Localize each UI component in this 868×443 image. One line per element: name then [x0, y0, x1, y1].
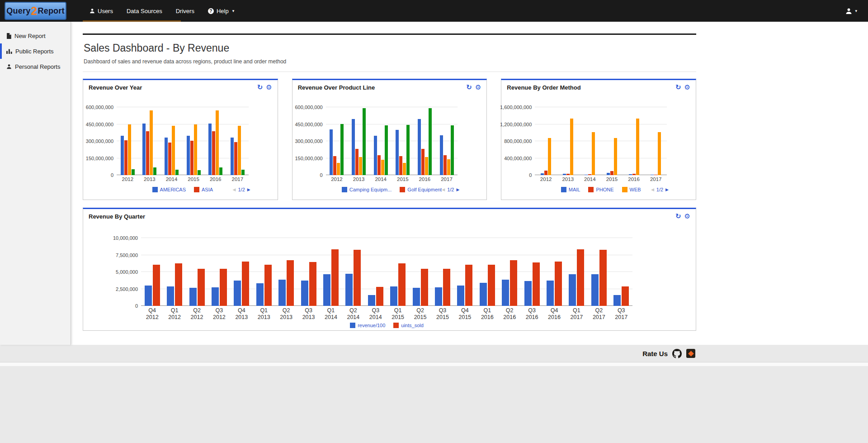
- refresh-icon[interactable]: ↻: [675, 84, 681, 91]
- bar[interactable]: [234, 281, 241, 306]
- bar[interactable]: [577, 249, 584, 306]
- bar[interactable]: [168, 143, 171, 175]
- bar[interactable]: [381, 160, 384, 175]
- user-menu[interactable]: ▾: [845, 8, 857, 14]
- bar[interactable]: [287, 260, 294, 306]
- refresh-icon[interactable]: ↻: [257, 84, 263, 91]
- sidebar-item-new-report[interactable]: New Report: [0, 28, 71, 43]
- bar[interactable]: [145, 286, 152, 306]
- legend-next-icon[interactable]: ▶: [665, 187, 669, 192]
- horizontal-scrollbar[interactable]: [0, 362, 868, 366]
- bar[interactable]: [212, 131, 215, 175]
- bar[interactable]: [533, 262, 540, 306]
- bar[interactable]: [165, 138, 168, 175]
- settings-icon[interactable]: ⚙: [684, 84, 690, 91]
- bar[interactable]: [241, 170, 245, 175]
- bar[interactable]: [425, 157, 428, 175]
- bar[interactable]: [363, 108, 366, 176]
- sidebar-item-public-reports[interactable]: Public Reports: [0, 43, 71, 59]
- bar[interactable]: [175, 170, 179, 175]
- bar[interactable]: [480, 283, 487, 306]
- legend-next-icon[interactable]: ▶: [456, 187, 459, 192]
- bar[interactable]: [502, 280, 509, 306]
- bar[interactable]: [488, 265, 495, 306]
- bar[interactable]: [172, 126, 175, 175]
- bar[interactable]: [189, 288, 197, 306]
- bar[interactable]: [622, 286, 629, 306]
- bar[interactable]: [167, 286, 174, 306]
- bar[interactable]: [330, 129, 333, 175]
- bar[interactable]: [175, 263, 182, 306]
- nav-item-users[interactable]: Users: [83, 0, 120, 22]
- bar[interactable]: [345, 274, 353, 306]
- bar[interactable]: [563, 174, 566, 175]
- bar[interactable]: [212, 287, 219, 306]
- bar[interactable]: [374, 136, 377, 176]
- bar[interactable]: [429, 108, 432, 176]
- bar[interactable]: [333, 156, 336, 176]
- bar[interactable]: [524, 281, 532, 306]
- nav-item-data-sources[interactable]: Data Sources: [120, 0, 169, 22]
- bar[interactable]: [403, 163, 406, 175]
- bar[interactable]: [238, 126, 241, 175]
- bar[interactable]: [242, 262, 249, 306]
- bar[interactable]: [323, 274, 330, 306]
- bar[interactable]: [651, 175, 654, 175]
- bar[interactable]: [331, 249, 339, 306]
- bar[interactable]: [142, 124, 146, 175]
- bar[interactable]: [421, 149, 425, 175]
- bar[interactable]: [440, 135, 443, 175]
- bar[interactable]: [337, 163, 340, 175]
- bar[interactable]: [301, 281, 308, 306]
- bar[interactable]: [443, 269, 450, 306]
- bar[interactable]: [309, 262, 316, 306]
- bar[interactable]: [124, 140, 127, 175]
- bar[interactable]: [198, 170, 201, 175]
- diamond-badge-icon[interactable]: [686, 349, 695, 358]
- legend-next-icon[interactable]: ▶: [247, 187, 250, 192]
- bar[interactable]: [566, 174, 570, 175]
- bar[interactable]: [198, 269, 205, 306]
- bar[interactable]: [629, 174, 632, 175]
- bar[interactable]: [128, 124, 131, 175]
- bar[interactable]: [368, 295, 375, 306]
- bar[interactable]: [591, 274, 599, 306]
- bar[interactable]: [256, 283, 264, 306]
- bar[interactable]: [406, 125, 410, 175]
- bar[interactable]: [187, 136, 190, 175]
- bar[interactable]: [396, 130, 399, 176]
- bar[interactable]: [610, 171, 613, 175]
- bar[interactable]: [418, 119, 421, 175]
- bar[interactable]: [352, 119, 355, 175]
- bar[interactable]: [153, 265, 160, 306]
- bar[interactable]: [190, 141, 193, 175]
- bar[interactable]: [541, 173, 544, 175]
- bar[interactable]: [153, 167, 156, 175]
- bar[interactable]: [569, 274, 576, 306]
- bar[interactable]: [614, 138, 617, 175]
- bar[interactable]: [216, 110, 219, 175]
- refresh-icon[interactable]: ↻: [675, 213, 681, 220]
- bar[interactable]: [278, 280, 286, 306]
- bar[interactable]: [658, 132, 661, 175]
- github-icon[interactable]: [672, 349, 682, 358]
- bar[interactable]: [234, 142, 237, 175]
- bar[interactable]: [592, 132, 595, 175]
- bar[interactable]: [355, 149, 359, 175]
- bar[interactable]: [632, 174, 636, 175]
- bar[interactable]: [457, 286, 464, 306]
- bar[interactable]: [555, 262, 562, 306]
- bar[interactable]: [121, 136, 124, 175]
- sidebar-item-personal-reports[interactable]: Personal Reports: [0, 59, 71, 74]
- bar[interactable]: [599, 250, 607, 306]
- refresh-icon[interactable]: ↻: [466, 84, 472, 91]
- bar[interactable]: [613, 295, 621, 306]
- bar[interactable]: [570, 119, 573, 175]
- bar[interactable]: [231, 138, 234, 175]
- bar[interactable]: [377, 155, 381, 176]
- bar[interactable]: [547, 281, 554, 306]
- bar[interactable]: [421, 269, 428, 306]
- bar[interactable]: [220, 269, 227, 306]
- bar[interactable]: [443, 155, 447, 175]
- app-logo[interactable]: Query 2 Report: [5, 2, 66, 20]
